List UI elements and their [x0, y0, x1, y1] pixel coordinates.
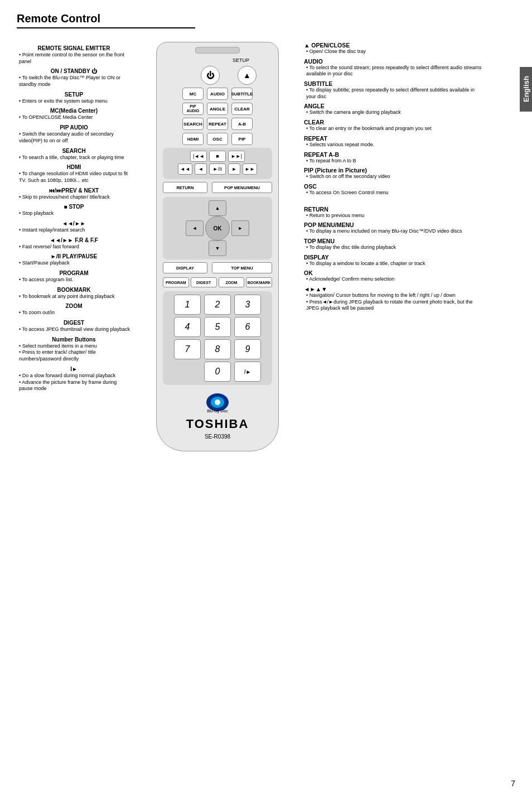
play-pause-button[interactable]: ►/II: [209, 163, 226, 175]
nav-left-button[interactable]: ◄: [186, 220, 204, 236]
bookmark-button[interactable]: BOOKMARK: [246, 277, 272, 287]
nav-up-button[interactable]: ▲: [209, 200, 226, 216]
section-hdmi: HDMI • To change resolution of HDMI vide…: [17, 164, 131, 184]
slow-fwd-button[interactable]: I►: [234, 362, 261, 382]
section-nav-right: ◄►▲▼ • Navigation/ Cursor buttons for mo…: [304, 286, 482, 312]
pip-right-title: PIP (Picture in Picture): [304, 167, 482, 174]
pip-button[interactable]: PIP: [231, 133, 253, 145]
digest-button[interactable]: DIGEST: [191, 277, 217, 287]
section-number: Number Buttons • Select numbered items i…: [17, 336, 131, 363]
hdmi-button[interactable]: HDMI: [182, 133, 204, 145]
audio-right-title: AUDIO: [304, 58, 482, 65]
osc-button[interactable]: OSC: [207, 133, 228, 145]
section-top-menu-right: TOP MENU • To display the disc title dur…: [304, 238, 482, 251]
num-2[interactable]: 2: [204, 295, 231, 315]
num-3[interactable]: 3: [234, 295, 261, 315]
eject-button[interactable]: ▲: [238, 66, 257, 85]
repeat-button[interactable]: REPEAT: [207, 118, 228, 130]
nav-down-row: ▼: [189, 240, 246, 256]
audio-button[interactable]: AUDIO: [207, 88, 228, 100]
num-9[interactable]: 9: [234, 339, 261, 359]
return-right-title: RETURN: [304, 206, 482, 213]
digest-desc: • To access JPEG thumbnail view during p…: [19, 326, 131, 333]
next-button[interactable]: ►: [228, 163, 240, 175]
prev-button[interactable]: ◄: [195, 163, 207, 175]
ok-button[interactable]: OK: [205, 216, 230, 240]
section-angle-right: ANGLE • Switch the camera angle during p…: [304, 103, 482, 116]
num-1[interactable]: 1: [174, 295, 201, 315]
display-button[interactable]: DISPLAY: [163, 262, 207, 273]
svg-point-2: [215, 399, 220, 405]
top-menu-right-title: TOP MENU: [304, 238, 482, 244]
section-pip-audio: PIP AUDIO • Switch the secondary audio o…: [17, 124, 131, 144]
section-pip-right: PIP (Picture in Picture) • Switch on or …: [304, 167, 482, 180]
top-menu-button[interactable]: TOP MENU: [212, 262, 272, 273]
playpause-desc: • Start/Pause playback: [19, 260, 131, 267]
remote-control-column: SETUP ⏻ ▲ MC AUDIO SUBTITLE PIPAUDIO ANG…: [137, 36, 298, 799]
prev-chapter-button[interactable]: |◄◄: [190, 151, 207, 162]
num-8[interactable]: 8: [204, 339, 231, 359]
nav-right-button[interactable]: ►: [231, 220, 249, 236]
ab-button[interactable]: A-B: [231, 118, 253, 130]
number-desc2: • Press to enter track/ chapter/ title n…: [19, 349, 131, 362]
zoom-button[interactable]: ZOOM: [219, 277, 245, 287]
angle-button[interactable]: ANGLE: [207, 103, 228, 115]
page-title: Remote Control: [17, 12, 195, 28]
return-right-desc: • Return to previous menu: [306, 213, 482, 219]
pop-menu-right-title: POP MENU/MENU: [304, 222, 482, 228]
section-slowfwd: I► • Do a slow forward during normal pla…: [17, 366, 131, 392]
stop-desc: • Stop playback: [19, 210, 131, 217]
program-button[interactable]: PROGRAM: [163, 277, 189, 287]
search-button[interactable]: SEARCH: [182, 118, 204, 130]
nav-right-desc1: • Navigation/ Cursor buttons for moving …: [306, 292, 482, 299]
section-frf: ◄◄/►► F.R & F.F • Fast reverse/ fast for…: [17, 237, 131, 251]
subtitle-button[interactable]: SUBTITLE: [231, 88, 253, 100]
stop-title: ■ STOP: [17, 204, 131, 210]
section-program: PROGRAM • To access program list.: [17, 270, 131, 283]
section-ok-right: OK • Acknowledge/ Confirm menu selection: [304, 269, 482, 283]
bluray-logo-icon: Blu-ray Disc: [201, 391, 234, 413]
mc-button[interactable]: MC: [182, 88, 204, 100]
numpad: 1 2 3 4 5 6 7 8 9 0 I►: [163, 291, 272, 385]
display-right-title: DISPLAY: [304, 254, 482, 261]
num-4[interactable]: 4: [174, 317, 201, 337]
nav-mid-row: ◄ OK ►: [186, 216, 249, 240]
section-subtitle-right: SUBTITLE • To display subtitle; press re…: [304, 80, 482, 100]
section-playpause: ►/II PLAY/PAUSE • Start/Pause playback: [17, 253, 131, 267]
stop-button[interactable]: ■: [209, 151, 226, 162]
program-desc: • To access program list.: [19, 277, 131, 283]
ok-right-desc: • Acknowledge/ Confirm menu selection: [306, 276, 482, 283]
section-display-right: DISPLAY • To display a window to locate …: [304, 254, 482, 267]
setup-label: SETUP: [233, 57, 249, 63]
section-prev-next: ⏮/⏭PREV & NEXT • Skip to previous/next c…: [17, 187, 131, 201]
instant-desc: • Instant replay/instant search: [19, 227, 131, 234]
setup-title: SETUP: [17, 92, 131, 98]
content-area: REMOTE SIGNAL EMITTER • Point remote con…: [0, 36, 532, 799]
pop-menu-button[interactable]: POP MENU/MENU: [212, 182, 272, 193]
func-btn-row: PROGRAM DIGEST ZOOM BOOKMARK: [163, 277, 272, 287]
num-6[interactable]: 6: [234, 317, 261, 337]
search-title: SEARCH: [17, 148, 131, 154]
left-column: REMOTE SIGNAL EMITTER • Point remote con…: [0, 36, 137, 799]
section-repeat-right: REPEAT • Selects various repeat mode.: [304, 135, 482, 148]
rewind-button[interactable]: ◄◄: [178, 163, 192, 175]
power-button[interactable]: ⏻: [201, 66, 220, 85]
nav-down-button[interactable]: ▼: [209, 240, 226, 256]
pip-audio-button[interactable]: PIPAUDIO: [182, 103, 204, 115]
num-5[interactable]: 5: [204, 317, 231, 337]
num-0[interactable]: 0: [204, 362, 231, 382]
return-button[interactable]: RETURN: [163, 182, 207, 193]
number-title: Number Buttons: [17, 336, 131, 343]
bluray-area: Blu-ray Disc TOSHIBA SE-R0398: [186, 391, 249, 440]
section-bookmark: BOOKMARK • To bookmark at any point duri…: [17, 287, 131, 300]
num-row-2: 4 5 6: [166, 317, 269, 337]
ok-right-title: OK: [304, 269, 482, 276]
next-chapter-button[interactable]: ►►|: [228, 151, 245, 162]
bookmark-desc: • To bookmark at any point during playba…: [19, 293, 131, 300]
clear-button[interactable]: CLEAR: [231, 103, 253, 115]
ffwd-button[interactable]: ►►: [243, 163, 257, 175]
setup-desc: • Enters or exits the system setup menu: [19, 98, 131, 105]
num-7[interactable]: 7: [174, 339, 201, 359]
model-number: SE-R0398: [205, 434, 230, 440]
remote-signal-title: REMOTE SIGNAL EMITTER: [17, 45, 131, 51]
